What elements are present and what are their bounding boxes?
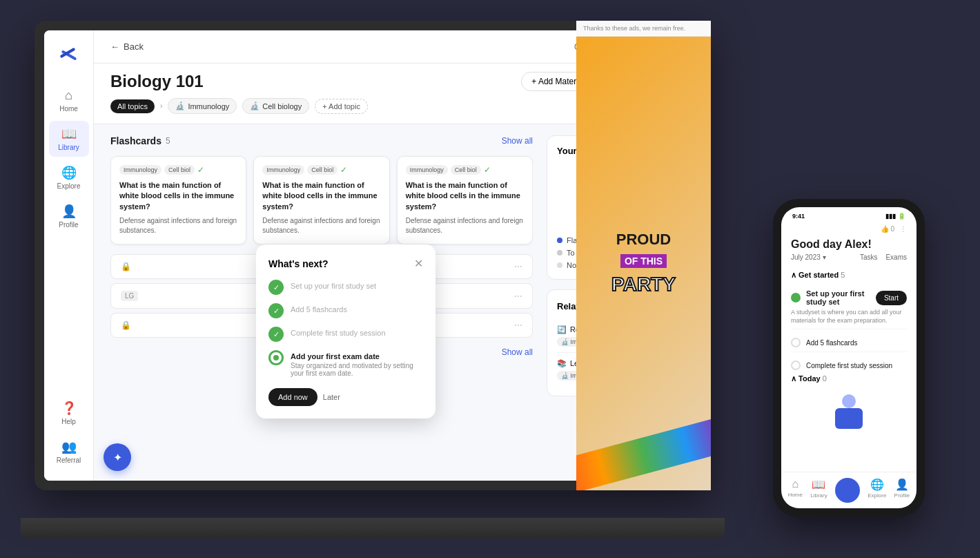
topic-cell-icon: 🔬	[250, 102, 259, 110]
flashcard-3[interactable]: Immunology Cell biol ✓ What is the main …	[397, 156, 533, 244]
tag-cell-biol: Cell biol	[164, 165, 195, 175]
fab-button[interactable]: ✦	[104, 443, 131, 471]
task-dot-1	[791, 338, 801, 347]
popup-actions: Add now Later	[268, 388, 423, 406]
topic-chip-cell-biology[interactable]: 🔬 Cell biology	[242, 98, 309, 114]
phone-nav-study-icon: ✦	[843, 484, 852, 497]
page-title: Biology 101	[110, 72, 204, 91]
laptop: ⌂ Home 📖 Library 🌐 Explore 👤 Profile	[35, 21, 711, 518]
flashcard-2[interactable]: Immunology Cell biol ✓ What is the main …	[253, 156, 389, 244]
task-dot-2	[791, 360, 801, 369]
featured-task-start[interactable]: Start	[876, 291, 907, 305]
sidebar-item-library[interactable]: 📖 Library	[49, 121, 89, 157]
flashcard-1-answer: Defense against infections and foreign s…	[119, 216, 237, 235]
phone-nav-explore[interactable]: 🌐 Explore	[868, 478, 886, 503]
phone: 9:41 ▮▮▮ 🔋 👍 0 ⋮ Good day Alex! July 202…	[773, 199, 925, 517]
flashcard-3-tags: Immunology Cell biol ✓	[406, 165, 524, 175]
add-topic-chip[interactable]: + Add topic	[315, 99, 368, 114]
flashcards-show-all[interactable]: Show all	[502, 136, 533, 146]
learn-task-icon: 📚	[557, 359, 567, 368]
add-now-button[interactable]: Add now	[268, 388, 317, 406]
phone-tab-tasks[interactable]: Tasks	[860, 253, 878, 261]
phone-header: Good day Alex! July 2023 ▾ Tasks Exams	[781, 234, 917, 265]
ad-proud: PROUD	[611, 231, 676, 248]
dots-lg[interactable]: ⋯	[514, 291, 522, 301]
flashcard-2-answer: Defense against infections and foreign s…	[262, 216, 380, 235]
phone-signal: ▮▮▮ 🔋	[885, 213, 905, 220]
featured-task-dot	[791, 293, 801, 302]
second-show-all[interactable]: Show all	[502, 347, 533, 357]
home-icon: ⌂	[65, 88, 72, 103]
sidebar-item-referral[interactable]: 👥 Referral	[49, 434, 89, 470]
sidebar: ⌂ Home 📖 Library 🌐 Explore 👤 Profile	[44, 30, 94, 481]
phone-greeting: Good day Alex!	[791, 238, 907, 251]
phone-time: 9:41	[792, 213, 805, 220]
featured-task-title: Set up your first study set	[806, 289, 870, 306]
topic-immunology-icon: 🔬	[175, 102, 185, 110]
sidebar-item-help[interactable]: ❓ Help	[49, 395, 89, 431]
phone-section-header: ∧ Get started 5	[791, 271, 907, 280]
flashcards-title: Flashcards 5	[110, 135, 170, 146]
flashcards-label: Flashcards	[110, 135, 161, 146]
flashcards-count: 5	[166, 136, 170, 146]
step-done-icon-1: ✓	[268, 280, 284, 295]
phone-tab-exams[interactable]: Exams	[885, 253, 907, 261]
phone-nav-library[interactable]: 📖 Library	[810, 478, 827, 503]
ad-strip	[576, 416, 701, 481]
topic-cell-label: Cell biology	[262, 102, 302, 110]
phone-today-section: ∧ Today 0	[781, 370, 917, 472]
lock-icon-1: 🔒	[121, 262, 131, 271]
phone-featured-task[interactable]: Set up your first study set Start A stud…	[791, 285, 907, 329]
sidebar-item-explore[interactable]: 🌐 Explore	[49, 160, 89, 195]
fab-icon: ✦	[113, 451, 122, 464]
phone-tabs: Tasks Exams	[860, 253, 907, 261]
sidebar-library-label: Library	[58, 144, 79, 151]
ad-party: PARTY	[611, 273, 676, 296]
back-button[interactable]: ← Back	[110, 41, 144, 52]
sidebar-item-home[interactable]: ⌂ Home	[49, 83, 89, 118]
dots-2[interactable]: ⋯	[514, 320, 522, 330]
tag-immunology-3: Immunology	[406, 165, 448, 175]
laptop-base	[21, 518, 725, 539]
app-logo[interactable]	[55, 41, 83, 69]
flashcard-1[interactable]: Immunology Cell biol ✓ What is the main …	[110, 156, 246, 244]
step-done-icon-3: ✓	[268, 327, 284, 342]
popup-close-button[interactable]: ✕	[414, 257, 423, 270]
flashcard-2-question: What is the main function of white blood…	[262, 180, 380, 212]
sidebar-item-profile[interactable]: 👤 Profile	[49, 198, 89, 234]
phone-nav-study[interactable]: ✦	[835, 478, 860, 503]
phone-body: 9:41 ▮▮▮ 🔋 👍 0 ⋮ Good day Alex! July 202…	[773, 199, 925, 517]
add-topic-label: + Add topic	[322, 102, 360, 110]
phone-nav-home[interactable]: ⌂ Home	[788, 478, 803, 503]
sidebar-home-label: Home	[59, 105, 78, 113]
review-task-icon: 🔄	[557, 325, 567, 334]
phone-nav-library-icon: 📖	[812, 478, 825, 491]
task-1-text: Add 5 flashcards	[806, 339, 858, 347]
ad-panel: Thanks to these ads, we remain free. PRO…	[576, 30, 701, 481]
popup-step-1: ✓ Set up your first study set	[268, 280, 423, 295]
correct-icon-3: ✓	[484, 165, 491, 175]
topic-chip-all[interactable]: All topics	[110, 99, 155, 113]
back-arrow-icon: ←	[110, 41, 119, 52]
flashcards-grid: Immunology Cell biol ✓ What is the main …	[110, 156, 533, 244]
explore-icon: 🌐	[61, 165, 77, 180]
phone-nav-explore-label: Explore	[868, 492, 886, 499]
sidebar-help-label: Help	[61, 418, 76, 425]
phone-nav-explore-icon: 🌐	[870, 478, 884, 491]
all-topics-label: All topics	[117, 102, 148, 110]
phone-nav-profile-label: Profile	[894, 492, 910, 499]
step-active-icon-4	[268, 350, 284, 365]
dots-1[interactable]: ⋯	[514, 262, 522, 271]
back-label: Back	[124, 41, 144, 52]
flashcard-1-question: What is the main function of white blood…	[119, 180, 237, 212]
phone-task-add-flashcards[interactable]: Add 5 flashcards	[791, 334, 907, 352]
topic-chip-immunology[interactable]: 🔬 Immunology	[168, 98, 237, 114]
sidebar-bottom: ❓ Help 👥 Referral	[49, 395, 89, 470]
ad-of-this: OF THIS	[620, 254, 667, 268]
popup-title: What's next?	[268, 258, 329, 269]
task-2-text: Complete first study session	[806, 362, 892, 369]
later-button[interactable]: Later	[323, 388, 340, 406]
phone-nav-profile[interactable]: 👤 Profile	[894, 478, 910, 503]
phone-task-complete-session[interactable]: Complete first study session	[791, 356, 907, 369]
lock-icon-2: 🔒	[121, 320, 131, 330]
